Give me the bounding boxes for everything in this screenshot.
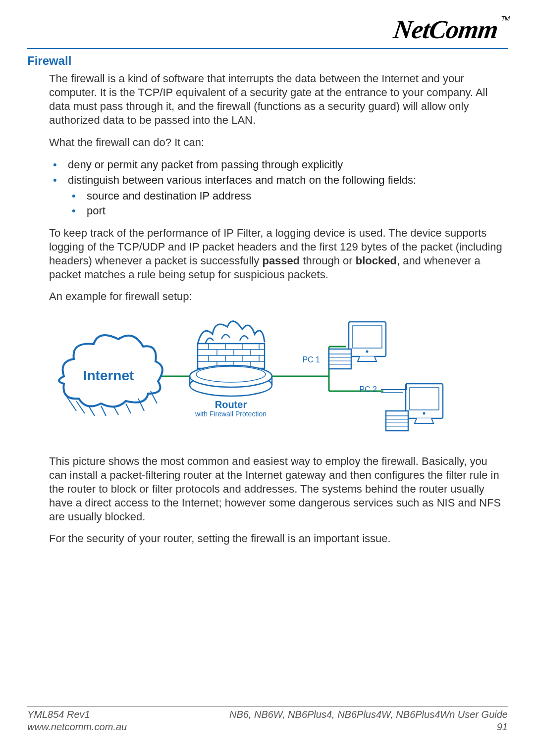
list-item: source and destination IP address	[68, 189, 506, 203]
section-title: Firewall	[27, 54, 508, 68]
router-sublabel: with Firewall Protection	[195, 410, 267, 418]
logging-paragraph: To keep track of the performance of IP F…	[49, 226, 506, 282]
svg-rect-32	[353, 326, 382, 348]
computer-icon	[381, 384, 443, 431]
whatcan-paragraph: What the firewall can do? It can:	[49, 136, 506, 150]
trademark-icon: TM	[500, 15, 510, 22]
router-label: Router	[215, 399, 247, 410]
security-paragraph: For the security of your router, setting…	[49, 532, 506, 546]
footer-left: YML854 Rev1 www.netcomm.com.au	[27, 708, 127, 733]
svg-rect-34	[329, 349, 351, 369]
firewall-diagram: Internet	[49, 312, 506, 441]
fire-icon	[198, 321, 265, 344]
svg-rect-40	[410, 388, 439, 410]
picture-paragraph: This picture shows the most common and e…	[49, 454, 506, 524]
header-row: NetCommTM	[27, 15, 508, 49]
sub-list: source and destination IP address port	[68, 189, 506, 218]
capability-list: deny or permit any packet from passing t…	[49, 157, 506, 218]
svg-line-2	[89, 406, 95, 416]
footer-url: www.netcomm.com.au	[27, 721, 127, 733]
page-footer: YML854 Rev1 www.netcomm.com.au NB6, NB6W…	[27, 706, 508, 733]
svg-rect-8	[198, 344, 265, 368]
list-item: deny or permit any packet from passing t…	[49, 157, 506, 173]
passed-word: passed	[262, 254, 300, 267]
pc1-label: PC 1	[302, 355, 320, 364]
footer-rev: YML854 Rev1	[27, 708, 127, 721]
internet-label: Internet	[83, 368, 134, 383]
footer-page: 91	[229, 721, 508, 733]
svg-rect-42	[386, 411, 408, 431]
list-item-label: distinguish between various interfaces a…	[68, 174, 416, 186]
svg-point-33	[366, 350, 369, 353]
computer-icon	[329, 322, 386, 369]
svg-line-3	[101, 406, 106, 416]
footer-right: NB6, NB6W, NB6Plus4, NB6Plus4W, NB6Plus4…	[229, 708, 508, 733]
diagram-svg: Internet	[49, 312, 485, 441]
content-body: The firewall is a kind of software that …	[27, 72, 508, 546]
brand-name: NetComm	[392, 15, 500, 44]
svg-line-5	[126, 403, 131, 413]
footer-guide: NB6, NB6W, NB6Plus4, NB6Plus4W, NB6Plus4…	[229, 708, 508, 721]
router-icon: Router with Firewall Protection	[190, 365, 272, 418]
pc2-label: PC 2	[359, 385, 377, 394]
svg-point-41	[423, 412, 426, 414]
blocked-word: blocked	[356, 254, 397, 267]
list-item: port	[68, 203, 506, 218]
brand-logo: NetCommTM	[391, 15, 510, 44]
example-paragraph: An example for firewall setup:	[49, 290, 506, 303]
wall-icon	[198, 344, 265, 368]
svg-point-27	[190, 365, 272, 387]
list-item: distinguish between various interfaces a…	[49, 173, 506, 218]
cloud-icon: Internet	[59, 335, 162, 416]
intro-paragraph: The firewall is a kind of software that …	[49, 72, 506, 128]
